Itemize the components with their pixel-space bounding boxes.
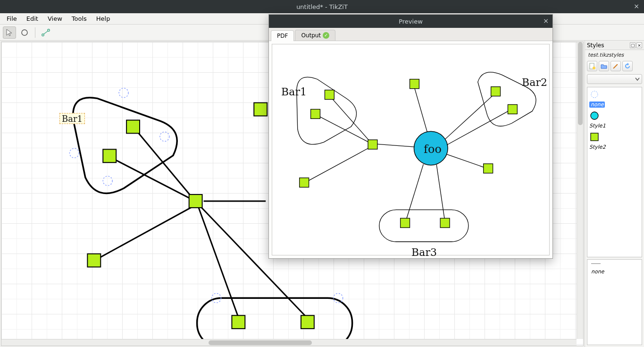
svg-rect-44 [311,109,320,118]
svg-rect-49 [508,104,517,114]
panel-header-icons: ▢ × [630,42,642,48]
svg-point-6 [103,176,112,186]
svg-rect-50 [484,164,493,173]
svg-line-36 [305,147,371,183]
svg-point-29 [591,112,598,119]
svg-rect-24 [232,315,245,329]
menu-tools[interactable]: Tools [67,14,92,24]
folder-open-icon [601,63,607,69]
edge-tool-button[interactable] [39,26,52,39]
select-tool-button[interactable] [3,26,16,39]
tab-label-pdf: PDF [277,33,288,39]
cursor-icon [5,28,14,37]
preview-tabs: PDF Output ✓ [269,28,552,41]
edge-styles-list[interactable]: none [587,259,642,345]
success-check-icon: ✓ [323,32,329,39]
new-style-button[interactable] [587,61,597,71]
menu-view[interactable]: View [43,14,67,24]
style-swatch-style1 [589,110,600,121]
svg-rect-47 [410,79,419,89]
styles-toolbar [585,60,644,72]
style-label-style1: Style1 [589,123,606,129]
styles-panel-header: Styles ▢ × [585,41,644,50]
svg-line-9 [110,157,195,201]
style-swatch-style2 [589,132,600,142]
circle-icon [20,28,29,37]
svg-line-3 [44,31,48,34]
svg-rect-46 [300,178,309,187]
svg-point-28 [591,91,598,98]
preview-window[interactable]: Preview × PDF Output ✓ [268,14,553,259]
styles-panel-title: Styles [587,42,604,49]
preview-label-foo: foo [424,143,442,156]
preview-close-button[interactable]: × [543,17,549,25]
svg-point-0 [22,30,27,35]
style-category-dropdown[interactable] [587,74,642,84]
preview-label-bar1: Bar1 [281,86,307,98]
svg-line-11 [95,206,194,260]
menu-file[interactable]: File [2,14,22,24]
svg-line-39 [447,109,511,145]
preview-label-bar3: Bar3 [411,246,437,258]
svg-line-8 [134,127,195,201]
panel-dock-icon[interactable]: ▢ [630,42,636,48]
panel-close-icon[interactable]: × [636,42,642,48]
style-entry-style1[interactable]: Style1 [589,110,640,129]
svg-point-4 [119,88,128,98]
svg-line-12 [198,206,239,319]
preview-body: Bar1 Bar2 Bar3 foo [269,41,552,258]
svg-rect-31 [379,210,468,242]
preview-tab-output[interactable]: Output ✓ [295,30,335,41]
svg-point-7 [69,148,79,158]
canvas-label-bar1[interactable]: Bar1 [59,113,85,124]
window-close-button[interactable]: × [633,2,640,10]
svg-rect-19 [126,120,140,133]
open-style-button[interactable] [599,61,609,71]
reload-style-button[interactable] [622,61,633,71]
menu-help[interactable]: Help [92,14,115,24]
horizontal-scrollbar[interactable] [1,339,577,346]
node-styles-list[interactable]: none Style1 Style2 [587,87,642,257]
style-swatch-none [589,89,600,100]
preview-canvas: Bar1 Bar2 Bar3 foo [272,44,550,255]
svg-rect-52 [440,218,450,228]
edit-style-button[interactable] [611,61,621,71]
pencil-icon [612,63,619,69]
horizontal-scrollbar-thumb[interactable] [209,340,312,345]
preview-titlebar[interactable]: Preview × [269,15,552,28]
svg-line-41 [406,164,424,222]
svg-rect-45 [368,140,377,149]
refresh-icon [624,63,631,69]
file-new-icon [589,63,595,69]
vertical-scrollbar-thumb[interactable] [578,42,583,125]
preview-title-text: Preview [399,18,423,25]
node-tool-button[interactable] [18,26,31,39]
style-entry-none[interactable]: none [589,89,640,108]
chevron-down-icon [635,77,640,81]
edge-label-none: none [591,269,604,275]
svg-line-42 [436,165,445,222]
edge-icon [41,28,50,37]
svg-rect-51 [401,218,410,228]
preview-svg [272,44,549,255]
vertical-scrollbar[interactable] [577,42,583,339]
svg-point-2 [48,29,50,31]
svg-rect-20 [103,149,116,162]
style-label-none: none [589,102,605,108]
menu-edit[interactable]: Edit [22,14,43,24]
svg-line-37 [414,88,427,132]
svg-rect-43 [325,90,334,100]
toolbar-separator [35,27,35,38]
svg-point-1 [42,34,44,35]
window-titlebar: untitled* - TikZiT × [0,0,644,13]
svg-rect-23 [87,254,100,267]
tab-label-output: Output [301,32,321,39]
styles-panel: Styles ▢ × test.tikzstyles [585,41,644,347]
svg-rect-25 [301,315,314,329]
svg-rect-21 [189,195,202,208]
svg-rect-48 [491,87,501,96]
svg-point-5 [160,132,169,141]
style-entry-style2[interactable]: Style2 [589,132,640,150]
tikzstyles-filename: test.tikzstyles [585,50,644,60]
preview-tab-pdf[interactable]: PDF [271,30,294,41]
